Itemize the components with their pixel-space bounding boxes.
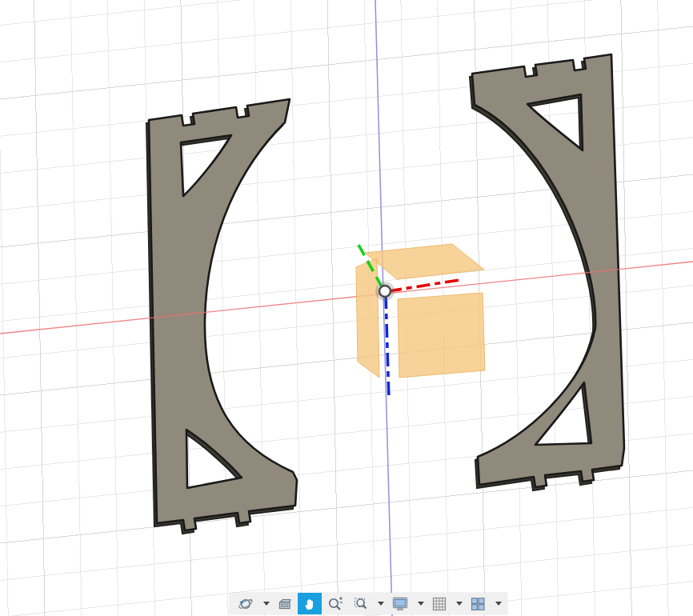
zoom-window-button[interactable] xyxy=(349,593,373,614)
zoom-button[interactable] xyxy=(322,593,348,614)
look-at-icon xyxy=(277,596,293,612)
model-scene xyxy=(0,0,693,616)
viewports-icon xyxy=(470,596,487,612)
look-at-button[interactable] xyxy=(273,593,297,614)
xz-origin-plane xyxy=(398,293,485,378)
navigation-toolbar xyxy=(230,593,507,614)
chevron-down-icon xyxy=(495,602,502,606)
zoom-window-icon xyxy=(353,596,369,612)
viewports-button[interactable] xyxy=(466,593,491,614)
pan-button[interactable] xyxy=(298,593,322,614)
chevron-down-icon xyxy=(378,602,384,606)
origin-marker xyxy=(379,286,391,297)
grid-and-snaps-dropdown[interactable] xyxy=(452,593,465,614)
chevron-down-icon xyxy=(263,602,270,606)
orbit-icon xyxy=(237,596,254,612)
grid-icon xyxy=(431,596,447,612)
display-settings-dropdown[interactable] xyxy=(414,593,427,614)
x-construction-line xyxy=(0,262,693,334)
zoom-icon xyxy=(326,596,344,612)
left-bracket-body[interactable] xyxy=(149,99,297,530)
viewport-canvas[interactable] xyxy=(0,0,693,616)
pan-icon xyxy=(302,596,318,612)
display-settings-button[interactable] xyxy=(387,593,413,614)
zoom-window-dropdown[interactable] xyxy=(374,593,387,614)
display-settings-icon xyxy=(391,596,409,612)
orbit-dropdown[interactable] xyxy=(259,593,272,614)
yz-origin-plane xyxy=(356,258,379,378)
orbit-button[interactable] xyxy=(233,593,258,614)
grid-and-snaps-button[interactable] xyxy=(427,593,451,614)
origin-planes[interactable] xyxy=(356,244,485,378)
chevron-down-icon xyxy=(456,602,463,606)
viewports-dropdown[interactable] xyxy=(491,593,504,614)
chevron-down-icon xyxy=(418,602,424,606)
